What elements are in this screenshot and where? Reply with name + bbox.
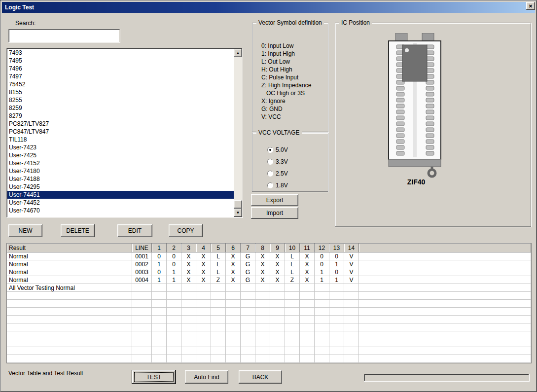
device-list-scrollbar[interactable]: ▲ ▼ xyxy=(234,49,242,217)
list-item[interactable]: User-7425 xyxy=(7,151,234,159)
table-cell xyxy=(241,308,255,316)
table-cell xyxy=(329,347,344,355)
table-empty-row[interactable] xyxy=(7,316,531,323)
list-item[interactable]: 8279 xyxy=(7,112,234,120)
vector-symbol-title: Vector Symbol definition xyxy=(256,19,324,26)
table-header-cell[interactable]: 1 xyxy=(152,244,167,252)
list-item[interactable]: User-74295 xyxy=(7,183,234,191)
import-button[interactable]: Import xyxy=(251,207,298,219)
table-header-cell[interactable]: 11 xyxy=(300,244,315,252)
table-header-cell[interactable]: 5 xyxy=(211,244,226,252)
table-cell xyxy=(152,292,167,300)
table-empty-row[interactable] xyxy=(7,339,531,347)
table-cell xyxy=(329,331,344,339)
list-item[interactable]: 7493 xyxy=(7,49,234,57)
table-cell: All Vector Testing Normal xyxy=(7,284,132,292)
list-item[interactable]: User-74188 xyxy=(7,175,234,183)
vcc-option[interactable]: 2.5V xyxy=(267,168,326,179)
list-item[interactable]: 7495 xyxy=(7,57,234,65)
table-cell-filler xyxy=(359,339,531,347)
edit-button[interactable]: EDIT xyxy=(117,224,152,237)
table-empty-row[interactable] xyxy=(7,355,531,363)
auto-find-button[interactable]: Auto Find xyxy=(185,370,228,384)
list-item[interactable]: 7496 xyxy=(7,65,234,72)
list-item[interactable]: 8259 xyxy=(7,104,234,112)
table-cell xyxy=(211,308,226,316)
back-button[interactable]: BACK xyxy=(239,370,282,384)
table-summary-row[interactable]: All Vector Testing Normal xyxy=(7,284,531,292)
table-cell xyxy=(152,323,167,331)
table-row[interactable]: Normal000100XXLXGXXLX00V xyxy=(7,252,531,260)
copy-button[interactable]: COPY xyxy=(169,224,203,237)
list-item[interactable]: PC847/LTV847 xyxy=(7,128,234,136)
table-cell xyxy=(270,300,285,308)
vcc-option[interactable]: 5.0V xyxy=(267,144,326,156)
radio-icon[interactable] xyxy=(267,147,273,153)
table-cell xyxy=(315,284,329,292)
table-empty-row[interactable] xyxy=(7,347,531,355)
close-button[interactable]: ✕ xyxy=(526,2,535,10)
radio-icon[interactable] xyxy=(267,159,273,165)
table-cell: X xyxy=(270,260,285,268)
radio-icon[interactable] xyxy=(267,182,273,188)
vcc-voltage-title: VCC VOLTAGE xyxy=(256,129,302,136)
table-cell xyxy=(167,292,181,300)
scroll-down-button[interactable]: ▼ xyxy=(234,209,242,217)
table-empty-row[interactable] xyxy=(7,292,531,300)
list-item[interactable]: User-74451 xyxy=(7,191,234,199)
radio-icon[interactable] xyxy=(267,171,273,177)
vcc-option[interactable]: 1.8V xyxy=(267,179,326,191)
table-header-cell[interactable]: 4 xyxy=(196,244,211,252)
table-cell xyxy=(152,339,167,347)
table-empty-row[interactable] xyxy=(7,323,531,331)
table-cell xyxy=(196,339,211,347)
table-header-cell[interactable]: 8 xyxy=(255,244,270,252)
table-cell xyxy=(285,292,300,300)
table-header-cell[interactable]: 2 xyxy=(167,244,181,252)
table-header-cell[interactable]: 3 xyxy=(181,244,196,252)
table-header-cell[interactable]: 6 xyxy=(226,244,241,252)
list-item[interactable]: User-74452 xyxy=(7,199,234,207)
table-cell: 0004 xyxy=(132,276,152,284)
vcc-option[interactable]: 3.3V xyxy=(267,156,326,168)
list-item[interactable]: PC827/LTV827 xyxy=(7,120,234,128)
list-item[interactable]: 7497 xyxy=(7,72,234,80)
list-item[interactable]: User-74152 xyxy=(7,159,234,167)
table-cell xyxy=(211,300,226,308)
list-item[interactable]: User-7423 xyxy=(7,143,234,151)
list-item[interactable]: 8255 xyxy=(7,96,234,104)
table-empty-row[interactable] xyxy=(7,308,531,316)
table-header-cell[interactable]: 10 xyxy=(285,244,300,252)
table-cell: 0003 xyxy=(132,268,152,276)
table-empty-row[interactable] xyxy=(7,300,531,308)
test-button[interactable]: TEST xyxy=(132,370,176,384)
list-item[interactable]: TIL118 xyxy=(7,136,234,143)
table-header-cell[interactable]: 12 xyxy=(315,244,329,252)
search-input[interactable] xyxy=(8,29,120,43)
table-header-cell[interactable]: Result xyxy=(7,244,132,252)
table-row[interactable]: Normal000210XXLXGXXLX01V xyxy=(7,260,531,268)
table-row[interactable]: Normal000411XXZXGXXZX11V xyxy=(7,276,531,284)
export-button[interactable]: Export xyxy=(251,194,298,206)
delete-button[interactable]: DELETE xyxy=(61,224,95,237)
table-header-cell[interactable]: 9 xyxy=(270,244,285,252)
scroll-up-button[interactable]: ▲ xyxy=(234,49,242,57)
table-header-cell[interactable]: 7 xyxy=(241,244,255,252)
table-cell xyxy=(132,347,152,355)
table-cell xyxy=(152,331,167,339)
scrollbar-thumb[interactable] xyxy=(234,200,242,209)
table-empty-row[interactable] xyxy=(7,331,531,339)
list-item[interactable]: User-74180 xyxy=(7,167,234,175)
list-item[interactable]: 75452 xyxy=(7,80,234,88)
table-cell: X xyxy=(270,276,285,284)
table-cell xyxy=(226,308,241,316)
list-item[interactable]: 8155 xyxy=(7,88,234,96)
new-button[interactable]: NEW xyxy=(8,224,42,237)
table-cell xyxy=(7,316,132,323)
table-header-cell[interactable]: 13 xyxy=(329,244,344,252)
table-cell xyxy=(270,331,285,339)
table-row[interactable]: Normal000301XXLXGXXLX10V xyxy=(7,268,531,276)
table-header-cell[interactable]: LINE xyxy=(132,244,152,252)
table-header-cell[interactable]: 14 xyxy=(344,244,359,252)
list-item[interactable]: User-74670 xyxy=(7,207,234,214)
